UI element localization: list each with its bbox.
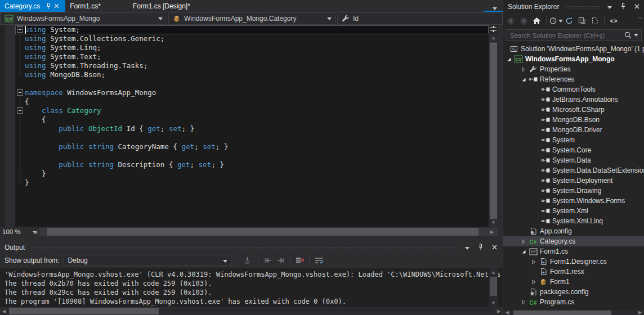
expander-icon[interactable]	[529, 256, 538, 267]
back-button[interactable]	[504, 15, 517, 26]
code-line-4[interactable]: using System.Text;	[15, 52, 489, 61]
refresh-button[interactable]	[562, 15, 575, 26]
tree-item-packages-config[interactable]: packages.config	[503, 287, 644, 297]
prev-message-button[interactable]	[261, 255, 274, 266]
close-button[interactable]	[490, 244, 498, 251]
solution-explorer-header[interactable]: Solution Explorer	[503, 0, 644, 14]
member-dropdown[interactable]: Id	[337, 12, 503, 25]
code-line-7[interactable]	[15, 79, 489, 88]
clear-all-button[interactable]	[293, 255, 306, 266]
output-source-dropdown[interactable]: Debug	[64, 255, 231, 266]
collapse-glyph-icon[interactable]	[17, 89, 23, 96]
view-code-button[interactable]: <>	[607, 15, 620, 26]
scrollbar-thumb[interactable]	[47, 228, 478, 236]
scroll-right-arrow[interactable]: ▶	[636, 308, 644, 315]
pin-button[interactable]	[477, 244, 485, 251]
expander-icon[interactable]	[519, 246, 528, 256]
toolbar-overflow-button[interactable]	[637, 14, 642, 22]
code-line-16[interactable]: public string Description { get; set; }	[15, 160, 489, 169]
scroll-down-arrow[interactable]: ▼	[489, 219, 498, 226]
code-line-1[interactable]: using System;	[15, 25, 489, 34]
code-line-12[interactable]: public ObjectId Id { get; set; }	[15, 124, 489, 133]
expander-icon[interactable]	[519, 297, 528, 307]
scroll-up-arrow[interactable]: ▲	[489, 269, 498, 276]
solution-explorer-horizontal-scrollbar[interactable]: ◀ ▶	[503, 310, 644, 315]
breakpoint-margin[interactable]	[0, 25, 5, 227]
code-line-6[interactable]: using MongoDB.Bson;	[15, 70, 489, 79]
search-input[interactable]	[509, 32, 624, 39]
code-line-2[interactable]: using System.Collections.Generic;	[15, 34, 489, 43]
show-all-files-button[interactable]	[588, 15, 601, 26]
scrollbar-thumb[interactable]	[9, 308, 159, 314]
code-line-3[interactable]: using System.Linq;	[15, 43, 489, 52]
tree-item-system-drawing[interactable]: System.Drawing	[503, 186, 644, 196]
scroll-left-arrow[interactable]: ◀	[503, 308, 511, 315]
tree-item-system-xml-linq[interactable]: System.Xml.Linq	[503, 216, 644, 226]
tree-item-references[interactable]: References	[503, 74, 644, 84]
window-position-dropdown-button[interactable]	[463, 244, 471, 251]
expander-icon[interactable]	[519, 74, 528, 84]
tree-item-commontools[interactable]: CommonTools	[503, 84, 644, 94]
collapse-all-button[interactable]	[575, 15, 588, 26]
scroll-down-arrow[interactable]: ▼	[489, 299, 498, 307]
scrollbar-thumb[interactable]	[490, 277, 497, 296]
output-log[interactable]: 'WindowsFormsApp_Mongo.vshost.exe' (CLR …	[0, 268, 503, 307]
tree-item-system-core[interactable]: System.Core	[503, 145, 644, 155]
tree-item-form1-cs[interactable]: Form1.cs	[503, 246, 644, 256]
horizontal-splitter[interactable]	[0, 237, 503, 242]
project-dropdown[interactable]: C# WindowsFormsApp_Mongo	[0, 12, 167, 25]
window-position-dropdown-button[interactable]	[606, 3, 614, 11]
scope-button[interactable]	[549, 15, 562, 26]
output-vertical-scrollbar[interactable]: ▲ ▼	[489, 268, 498, 307]
expander-icon[interactable]	[529, 277, 538, 287]
home-button[interactable]	[530, 15, 543, 26]
tree-item-system-deployment[interactable]: System.Deployment	[503, 176, 644, 186]
tree-item-windowsformsapp-mongo[interactable]: C#WindowsFormsApp_Mongo	[503, 54, 644, 64]
tree-item-form1[interactable]: Form1	[503, 277, 644, 287]
find-message-button[interactable]	[242, 255, 255, 266]
dropdown-arrow-icon[interactable]	[634, 34, 638, 37]
tree-item-system-data-datasetextensions[interactable]: System.Data.DataSetExtensions	[503, 165, 644, 176]
code-line-10[interactable]: class Category	[15, 106, 489, 115]
close-button[interactable]	[633, 3, 641, 11]
code-line-11[interactable]: {	[15, 115, 489, 124]
editor-vertical-scrollbar[interactable]: ▲ ▼	[489, 25, 498, 227]
code-line-5[interactable]: using System.Threading.Tasks;	[15, 61, 489, 70]
scroll-right-arrow[interactable]: ▶	[495, 307, 503, 315]
code-line-17[interactable]: }	[15, 169, 489, 178]
tree-item-mongodb-driver[interactable]: MongoDB.Driver	[503, 125, 644, 135]
scrollbar-thumb[interactable]	[513, 310, 611, 315]
code-text-area[interactable]: using System;using System.Collections.Ge…	[15, 25, 489, 187]
expander-icon[interactable]	[519, 236, 528, 246]
tree-item-app-config[interactable]: App.config	[503, 226, 644, 236]
tree-item-properties[interactable]: Properties	[503, 64, 644, 74]
split-editor-handle[interactable]	[489, 25, 498, 34]
tree-item-system-xml[interactable]: System.Xml	[503, 206, 644, 216]
tree-item-program-cs[interactable]: C#Program.cs	[503, 297, 644, 307]
scroll-right-arrow[interactable]: ▶	[488, 228, 496, 236]
tree-item-jetbrains-annotations[interactable]: JetBrains.Annotations	[503, 94, 644, 105]
expander-icon[interactable]	[504, 54, 513, 64]
tree-item-system[interactable]: System	[503, 135, 644, 145]
code-editor[interactable]: using System;using System.Collections.Ge…	[0, 25, 503, 227]
tree-item-form1-resx[interactable]: Form1.resx	[503, 267, 644, 277]
pin-button[interactable]	[619, 3, 627, 11]
tab-form1-cs-design[interactable]: Form1.cs [Design]*	[128, 0, 218, 12]
scroll-left-arrow[interactable]: ◀	[0, 307, 8, 315]
type-dropdown[interactable]: WindowsFormsApp_Mongo.Category	[168, 12, 336, 25]
next-message-button[interactable]	[274, 255, 287, 266]
tab-category-cs[interactable]: Category.cs	[0, 0, 65, 12]
tree-item-form1-designer-cs[interactable]: Form1.Designer.cs	[503, 256, 644, 267]
tree-item-category-cs[interactable]: C#Category.cs	[503, 236, 644, 246]
expander-icon[interactable]	[519, 64, 528, 74]
output-panel-header[interactable]: Output	[0, 242, 503, 253]
tree-item-microsoft-csharp[interactable]: Microsoft.CSharp	[503, 105, 644, 115]
forward-button[interactable]	[517, 15, 530, 26]
scroll-up-arrow[interactable]: ▲	[489, 34, 498, 42]
code-line-15[interactable]	[15, 151, 489, 160]
output-horizontal-scrollbar[interactable]: ◀ ▶	[0, 307, 503, 315]
code-line-8[interactable]: namespace WindowsFormsApp_Mongo	[15, 88, 489, 97]
scrollbar-thumb[interactable]	[490, 43, 497, 219]
tree-item-system-data[interactable]: System.Data	[503, 155, 644, 165]
code-line-18[interactable]: }	[15, 178, 489, 187]
